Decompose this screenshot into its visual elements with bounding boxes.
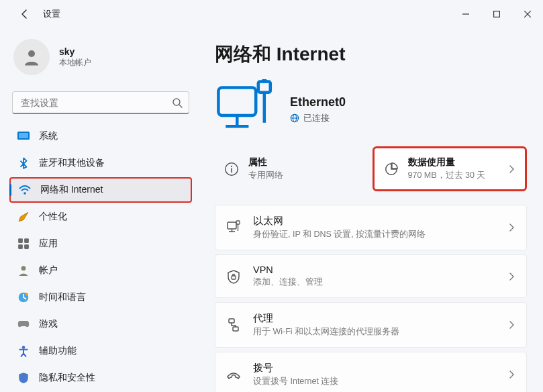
network-name: Ethernet0 [290,95,346,109]
svg-point-2 [28,50,35,57]
nav-item-time[interactable]: 时间和语言 [9,285,192,310]
profile-subtitle: 本地帐户 [59,57,91,68]
properties-card[interactable]: 属性 专用网络 [215,146,366,191]
chevron-right-icon [507,321,515,329]
nav-item-account[interactable]: 帐户 [9,258,192,283]
minimize-button[interactable] [450,3,481,25]
wifi-icon [19,184,31,196]
vpn-icon [226,269,241,284]
maximize-button[interactable] [481,3,512,25]
nav-item-system[interactable]: 系统 [9,124,192,149]
properties-subtitle: 专用网络 [248,170,356,181]
system-icon [17,130,30,142]
setting-title: 代理 [253,312,495,325]
close-button[interactable] [512,3,543,25]
nav-label: 应用 [39,238,58,250]
network-status-text: 已连接 [303,112,330,124]
nav-item-bluetooth[interactable]: 蓝牙和其他设备 [9,150,192,176]
setting-subtitle: 身份验证, IP 和 DNS 设置, 按流量计费的网络 [253,229,495,240]
brush-icon [17,211,30,223]
nav-label: 蓝牙和其他设备 [39,157,105,169]
nav-label: 时间和语言 [39,291,86,303]
data-usage-card[interactable]: 数据使用量 970 MB，过去 30 天 [373,146,528,191]
search-input[interactable] [12,91,189,114]
nav-label: 辅助功能 [39,345,77,357]
back-button[interactable] [15,4,35,24]
setting-vpn[interactable]: VPN 添加、连接、管理 [215,254,527,298]
svg-point-3 [173,99,180,105]
main-content: 网络和 Internet Ethernet0 已连接 [201,28,543,392]
nav-item-apps[interactable]: 应用 [9,231,192,256]
nav-label: 游戏 [39,318,58,330]
nav-item-privacy[interactable]: 隐私和安全性 [9,365,192,391]
svg-rect-9 [262,79,266,83]
svg-rect-8 [258,82,270,93]
nav-label: 隐私和安全性 [39,372,95,384]
setting-subtitle: 设置拨号 Internet 连接 [253,376,495,387]
search-wrap [12,91,189,114]
titlebar: 设置 [0,0,543,28]
svg-rect-1 [494,11,500,17]
nav-label: 帐户 [39,264,58,277]
chevron-right-icon [507,273,515,281]
nav-label: 个性化 [39,211,67,223]
nav-label: 系统 [39,130,58,142]
info-icon [224,162,239,177]
setting-subtitle: 添加、连接、管理 [253,277,495,288]
setting-subtitle: 用于 Wi-Fi 和以太网连接的代理服务器 [253,326,495,338]
svg-point-16 [231,165,232,166]
setting-dialup[interactable]: 拨号 设置拨号 Internet 连接 [215,352,527,392]
avatar [13,39,50,75]
time-icon [17,291,30,303]
proxy-icon [226,317,241,332]
settings-list: 以太网 身份验证, IP 和 DNS 设置, 按流量计费的网络 VPN 添加、连… [215,205,527,392]
globe-icon [290,113,299,123]
setting-ethernet[interactable]: 以太网 身份验证, IP 和 DNS 设置, 按流量计费的网络 [215,205,527,250]
svg-rect-5 [218,88,256,115]
setting-proxy[interactable]: 代理 用于 Wi-Fi 和以太网连接的代理服务器 [215,302,527,348]
pie-chart-icon [384,162,399,177]
nav-item-brush[interactable]: 个性化 [9,204,192,230]
profile-name: sky [59,46,91,57]
nav-item-accessibility[interactable]: 辅助功能 [9,338,192,364]
svg-line-4 [179,105,182,107]
ethernet-icon [226,220,241,235]
chevron-right-icon [507,165,515,173]
data-usage-title: 数据使用量 [408,156,499,168]
account-icon [17,264,30,277]
chevron-right-icon [507,224,515,232]
monitor-ethernet-icon [215,79,275,140]
apps-icon [17,238,30,250]
search-icon [172,97,183,108]
accessibility-icon [17,345,30,357]
nav: 系统 蓝牙和其他设备 网络和 Internet 个性化 应用 帐户 时间和语言 … [7,124,195,391]
window-title: 设置 [43,9,60,20]
setting-title: VPN [253,264,495,275]
setting-title: 以太网 [253,215,495,228]
network-status: 已连接 [290,112,346,124]
bluetooth-icon [17,157,30,169]
window-controls [450,3,543,25]
game-icon [17,318,30,330]
nav-item-game[interactable]: 游戏 [9,311,192,337]
profile-block[interactable]: sky 本地帐户 [7,28,195,87]
network-hero: Ethernet0 已连接 [215,79,527,140]
setting-title: 拨号 [253,362,495,375]
chevron-right-icon [507,371,515,379]
sidebar: sky 本地帐户 系统 蓝牙和其他设备 网络和 Internet 个性化 应用 [0,28,201,392]
nav-label: 网络和 Internet [40,184,103,196]
properties-title: 属性 [248,156,356,168]
nav-item-wifi[interactable]: 网络和 Internet [9,177,192,203]
data-usage-subtitle: 970 MB，过去 30 天 [408,170,499,181]
dialup-icon [226,367,241,382]
page-title: 网络和 Internet [215,42,527,67]
privacy-icon [17,372,30,384]
